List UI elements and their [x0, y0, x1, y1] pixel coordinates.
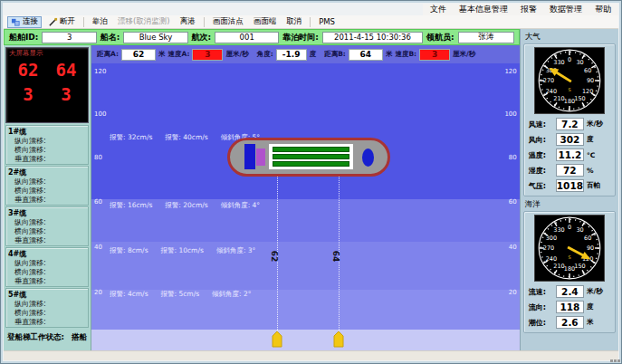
- plot-body: 120 100 80 60 40 20 120 100 80 60 40 20: [91, 63, 520, 350]
- big-screen-display: 大屏幕显示 62 64 3 3: [5, 47, 89, 123]
- screen-freeze-button[interactable]: 画面沽点: [209, 16, 247, 28]
- axis-tick-left: 20: [94, 289, 102, 296]
- svg-text:180: 180: [564, 98, 575, 105]
- cancel-button[interactable]: 取消: [282, 16, 305, 28]
- svg-text:150: 150: [574, 263, 585, 270]
- wind-direction-value[interactable]: 302: [556, 133, 584, 146]
- wind-speed-label: 风速:: [529, 120, 553, 129]
- depart-button[interactable]: 离港: [177, 16, 199, 28]
- longitudinal-drift-label: 纵向漂移:: [8, 137, 86, 146]
- resize-grip[interactable]: [609, 351, 617, 359]
- temperature-row: 温度: 11.2 °C: [526, 148, 613, 161]
- dist-b-value: 64: [349, 49, 383, 61]
- tide-level-label: 潮位:: [529, 318, 553, 328]
- ship-cargo-hold: [269, 144, 353, 169]
- bollard-marker-b[interactable]: [332, 331, 345, 348]
- ocean-title: 海洋: [523, 198, 616, 211]
- voyage-label: 航次:: [192, 32, 212, 43]
- vertical-drift-label: 垂直漂移:: [8, 277, 86, 286]
- ship-graphic[interactable]: [227, 138, 390, 177]
- gangway-status-label: 登船梯工作状态:: [7, 332, 64, 343]
- wind-direction-label: 风向:: [529, 135, 553, 145]
- ship-bow-ellipse: [362, 148, 374, 167]
- temperature-value[interactable]: 11.2: [556, 148, 584, 161]
- ocean-box: 0 30 60 90 120 150 180 210 240 270 300 3…: [523, 211, 616, 333]
- screen-unfreeze-button[interactable]: 画面端: [250, 16, 281, 28]
- ship-deckhouse: [256, 148, 265, 166]
- menu-help[interactable]: 帮助: [595, 4, 611, 15]
- menu-basic-info[interactable]: 基本信息管理: [459, 4, 508, 15]
- wind-direction-gauge: 0 30 60 90 120 150 180 210 240 270 300 3…: [534, 47, 605, 114]
- gangway-status: 登船梯工作状态: 搭船: [5, 329, 89, 347]
- cable-section-4: 4#缆 纵向漂移: 横向漂移: 垂直漂移:: [5, 247, 89, 287]
- voyage-field[interactable]: 001: [215, 32, 279, 43]
- cable-section-1: 1#缆 纵向漂移: 横向漂移: 垂直漂移:: [5, 125, 89, 165]
- tide-level-unit: 米: [587, 318, 610, 327]
- svg-text:210: 210: [553, 263, 564, 270]
- berth-time-field[interactable]: 2011-4-15 10:30:36: [322, 32, 423, 43]
- ship-id-field[interactable]: 3: [42, 32, 96, 43]
- vertical-drift-label: 垂直漂移:: [8, 155, 86, 164]
- menu-file[interactable]: 文件: [430, 4, 446, 15]
- axis-tick-right: 20: [509, 289, 517, 296]
- connect-button[interactable]: 连接: [7, 16, 42, 28]
- disconnect-button[interactable]: 断开: [44, 16, 79, 28]
- current-direction-value[interactable]: 118: [556, 301, 584, 313]
- gauge-s-mark: S: [568, 87, 570, 92]
- plot-header: 距离A: 62 米 速度A: 3 厘米/秒 角度: -1.9 度 距离B: 64…: [91, 45, 520, 63]
- pressure-value[interactable]: 1018: [556, 179, 584, 192]
- svg-text:30: 30: [576, 59, 583, 66]
- berth-time-label: 靠泊时间:: [282, 32, 319, 43]
- toolbar-separator: [83, 17, 84, 27]
- distance-band: [91, 63, 520, 199]
- wind-speed-value[interactable]: 7.2: [556, 118, 584, 130]
- tide-level-value[interactable]: 2.6: [556, 316, 584, 329]
- svg-text:60: 60: [584, 67, 591, 74]
- cable-name: 2#缆: [8, 168, 86, 177]
- pilot-field[interactable]: 张涛: [458, 32, 514, 43]
- humidity-unit: %: [587, 167, 610, 175]
- axis-tick-right: 40: [509, 244, 517, 251]
- cable-name: 3#缆: [8, 208, 86, 218]
- speed-b-label: 速度B:: [395, 50, 416, 59]
- cable-name: 4#缆: [8, 249, 86, 259]
- lcd-value-dist-b: 64: [56, 58, 77, 82]
- dist-b-unit: 米: [386, 50, 393, 59]
- tilt-threshold: 倾斜角度: 4°: [221, 201, 260, 210]
- berth-button[interactable]: 靠泊: [89, 16, 111, 28]
- vertical-drift-label: 垂直漂移:: [8, 318, 86, 327]
- gangway-status-value: 搭船: [72, 332, 87, 343]
- berthing-plot[interactable]: 距离A: 62 米 速度A: 3 厘米/秒 角度: -1.9 度 距离B: 64…: [91, 45, 520, 350]
- humidity-value[interactable]: 72: [556, 164, 584, 177]
- pms-button[interactable]: PMS: [315, 16, 339, 28]
- mooring-distance-b: 64: [331, 251, 340, 263]
- warn-threshold: 报警: 16cm/s: [110, 201, 152, 210]
- current-direction-row: 流向: 118 度: [526, 301, 613, 313]
- cable-name: 5#缆: [8, 290, 86, 300]
- toolbar: 连接 断开 靠泊 漂移(取消监测) 离港 画面沽点 画面端 取消 PMS: [4, 15, 618, 29]
- svg-text:270: 270: [543, 77, 554, 84]
- speed-b-value: 3: [419, 49, 450, 61]
- toolbar-separator: [310, 17, 311, 27]
- alarm-thresholds-row: 报警: 4cm/s 报警: 5cm/s 倾斜角度: 2°: [110, 290, 252, 299]
- gauge-s-mark: S: [568, 254, 570, 260]
- tide-level-row: 潮位: 2.6 米: [526, 316, 613, 329]
- axis-tick-right: 120: [504, 68, 516, 75]
- svg-text:210: 210: [553, 95, 564, 102]
- svg-text:120: 120: [582, 88, 593, 95]
- svg-text:0: 0: [568, 224, 571, 231]
- menu-data[interactable]: 数据管理: [550, 4, 582, 15]
- bollard-marker-a[interactable]: [271, 331, 283, 348]
- disconnect-icon: [48, 17, 58, 27]
- ship-name-field[interactable]: Blue Sky: [123, 32, 187, 43]
- lateral-drift-label: 横向漂移:: [8, 309, 86, 318]
- axis-tick-left: 60: [94, 198, 102, 206]
- temperature-unit: °C: [587, 151, 610, 159]
- humidity-label: 湿度:: [529, 166, 553, 176]
- current-speed-unit: 米/秒: [587, 287, 610, 296]
- alarm-thresholds-row: 报警: 16cm/s 报警: 20cm/s 倾斜角度: 4°: [110, 201, 260, 210]
- cable-section-3: 3#缆 纵向漂移: 横向漂移: 垂直漂移:: [5, 206, 89, 246]
- svg-text:270: 270: [543, 244, 554, 252]
- menu-alarm[interactable]: 报警: [521, 4, 537, 15]
- current-speed-value[interactable]: 2.4: [556, 285, 584, 298]
